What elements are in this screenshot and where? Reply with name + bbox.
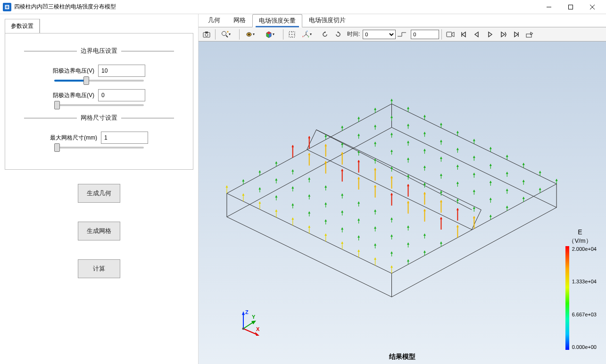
svg-marker-259 [506, 155, 508, 157]
anode-voltage-input[interactable] [98, 65, 145, 77]
right-tabs: 几何 网格 电场强度矢量 电场强度切片 [199, 14, 606, 27]
svg-point-11 [249, 33, 250, 35]
cathode-voltage-label: 阴极边界电压(V) [53, 91, 94, 99]
group-voltage-title: 边界电压设置 [77, 47, 121, 55]
svg-point-13 [291, 34, 292, 35]
colorbar-strip [565, 246, 569, 350]
first-frame-icon[interactable] [457, 29, 470, 40]
fit-view-icon[interactable] [286, 29, 298, 40]
svg-marker-179 [341, 125, 343, 128]
axis-gizmo: Z X Y [236, 307, 265, 336]
svg-rect-17 [447, 32, 452, 37]
max-mesh-label: 最大网格尺寸(mm) [50, 134, 97, 142]
tab-efield-vector[interactable]: 电场强度矢量 [252, 14, 302, 27]
axes-view-icon[interactable]: zxy▾ [299, 29, 318, 40]
step-icon [397, 31, 410, 38]
colorbar-ticks: 2.000e+04 1.333e+04 6.667e+03 0.000e+00 [572, 246, 597, 350]
window-title: 四棱柱内内凹三棱柱的电场强度分布模型 [14, 3, 538, 11]
play-icon[interactable] [484, 29, 496, 40]
max-mesh-slider[interactable] [54, 147, 144, 149]
svg-marker-247 [407, 107, 409, 109]
time-label: 时间: [347, 30, 360, 38]
svg-line-269 [243, 329, 257, 335]
export-icon[interactable] [523, 29, 536, 40]
svg-marker-257 [490, 147, 492, 149]
group-mesh-title: 网格尺寸设置 [77, 114, 121, 122]
generate-mesh-button[interactable]: 生成网格 [78, 222, 120, 240]
svg-text:x: x [302, 35, 304, 38]
right-panel: 几何 网格 电场强度矢量 电场强度切片 ✦▾ ▾ ▾ zxy▾ 时间: 0 [198, 14, 606, 364]
time-input[interactable] [411, 30, 439, 39]
svg-marker-47 [242, 179, 244, 182]
svg-marker-91 [275, 161, 277, 164]
select-icon[interactable]: ▾ [242, 29, 261, 40]
action-buttons: 生成几何 生成网格 计算 [5, 184, 193, 278]
svg-marker-201 [357, 116, 360, 119]
svg-marker-263 [539, 171, 541, 173]
group-mesh: 网格尺寸设置 最大网格尺寸(mm) [24, 114, 174, 149]
next-frame-icon[interactable] [497, 29, 509, 40]
generate-geometry-button[interactable]: 生成几何 [78, 184, 120, 203]
svg-marker-261 [523, 163, 525, 165]
svg-marker-25 [225, 185, 228, 188]
svg-point-275 [242, 328, 245, 330]
svg-marker-255 [473, 139, 475, 141]
time-select[interactable]: 0 [363, 30, 396, 39]
svg-marker-223 [374, 108, 376, 110]
group-voltage: 边界电压设置 阳极边界电压(V) 阴极边界电压(V) [24, 47, 174, 106]
record-icon[interactable] [444, 29, 457, 40]
svg-text:y: y [308, 35, 309, 38]
prev-frame-icon[interactable] [471, 29, 483, 40]
colorbar-label: E [564, 228, 597, 236]
viewer-toolbar: ✦▾ ▾ ▾ zxy▾ 时间: 0 [199, 27, 606, 41]
svg-marker-113 [291, 145, 294, 147]
minimize-button[interactable] [538, 0, 560, 14]
tab-params[interactable]: 参数设置 [5, 19, 40, 33]
last-frame-icon[interactable] [510, 29, 523, 40]
svg-rect-1 [569, 5, 573, 9]
snapshot-icon[interactable] [200, 29, 213, 40]
close-button[interactable] [581, 0, 603, 14]
left-panel: 参数设置 边界电压设置 阳极边界电压(V) 阴极边界电压(V) [0, 14, 198, 364]
cathode-voltage-input[interactable] [98, 89, 145, 101]
tab-mesh[interactable]: 网格 [227, 14, 252, 27]
svg-marker-267 [242, 311, 245, 315]
maximize-button[interactable] [560, 0, 581, 14]
svg-text:X: X [256, 326, 260, 332]
svg-marker-270 [255, 332, 259, 336]
titlebar: 四棱柱内内凹三棱柱的电场强度分布模型 [0, 0, 606, 14]
svg-marker-245 [390, 99, 393, 101]
svg-marker-253 [457, 131, 459, 133]
zoom-icon[interactable]: ✦▾ [218, 29, 237, 40]
svg-marker-135 [308, 136, 310, 138]
cube-icon[interactable]: ▾ [262, 29, 281, 40]
settings-box: 边界电压设置 阳极边界电压(V) 阴极边界电压(V) 网格尺寸设 [5, 33, 193, 170]
svg-marker-251 [440, 123, 442, 125]
tab-efield-slice[interactable]: 电场强度切片 [302, 14, 352, 27]
svg-text:z: z [307, 31, 308, 33]
svg-marker-69 [258, 170, 261, 173]
colorbar-unit: （V/m） [564, 237, 597, 245]
app-icon [3, 3, 11, 11]
svg-point-5 [205, 33, 208, 36]
svg-line-8 [226, 35, 228, 37]
tab-geometry[interactable]: 几何 [201, 14, 227, 27]
colorbar: E （V/m） 2.000e+04 1.333e+04 6.667e+03 0.… [564, 228, 597, 350]
left-tabs: 参数设置 [5, 19, 40, 33]
svg-rect-6 [205, 32, 208, 33]
result-title: 结果模型 [389, 353, 415, 361]
anode-voltage-slider[interactable] [54, 80, 144, 82]
compute-button[interactable]: 计算 [78, 259, 120, 278]
rotate-cw-icon[interactable] [332, 29, 344, 40]
svg-marker-249 [423, 115, 426, 117]
svg-point-7 [222, 31, 226, 35]
svg-text:Z: Z [245, 309, 249, 315]
cathode-voltage-slider[interactable] [54, 104, 144, 106]
max-mesh-input[interactable] [101, 132, 148, 144]
svg-text:Y: Y [252, 314, 256, 320]
svg-marker-265 [556, 179, 558, 181]
anode-voltage-label: 阳极边界电压(V) [53, 67, 94, 75]
rotate-ccw-icon[interactable] [319, 29, 331, 40]
viewer-3d[interactable]: Z X Y E （V/m） 2.000e+04 1.333e+04 6.667e… [199, 41, 606, 364]
